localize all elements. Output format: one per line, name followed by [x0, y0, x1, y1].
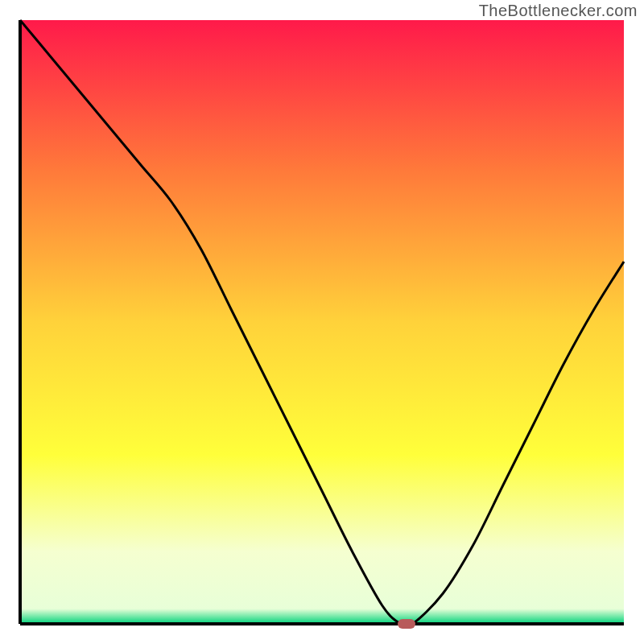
optimal-marker [398, 619, 415, 629]
watermark-text: TheBottlenecker.com [479, 2, 638, 20]
bottleneck-chart: TheBottlenecker.com [0, 0, 644, 644]
chart-svg [0, 0, 644, 644]
plot-background [20, 20, 624, 624]
